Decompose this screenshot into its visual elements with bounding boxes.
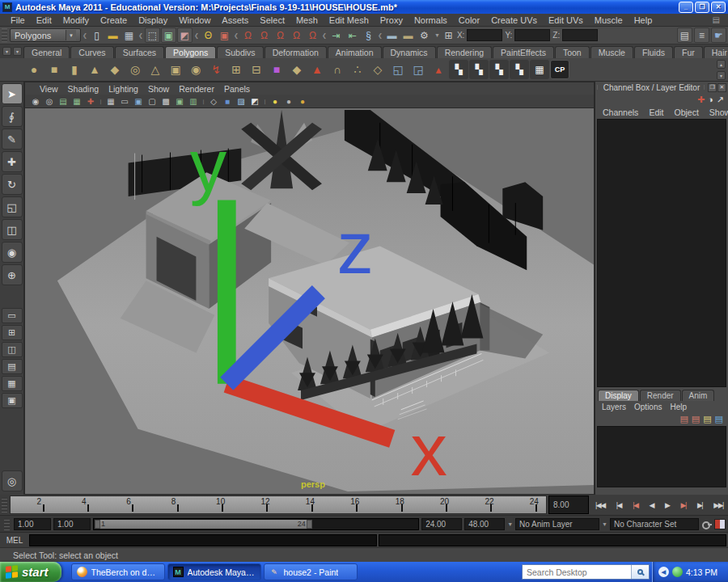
chevron-down-icon[interactable]: ▼ bbox=[434, 32, 440, 38]
open-scene-icon[interactable]: ▬ bbox=[105, 27, 121, 43]
shelf-tab[interactable]: Fluids bbox=[634, 46, 673, 58]
output-connections-icon[interactable]: ⇤ bbox=[345, 27, 360, 43]
universal-manipulator-tool[interactable]: ◫ bbox=[2, 219, 23, 240]
channel-list[interactable] bbox=[597, 119, 726, 387]
maximize-button[interactable]: ❐ bbox=[695, 2, 709, 13]
uv-cylindrical-map-icon[interactable]: ▚ bbox=[469, 60, 489, 79]
menu-item[interactable]: Muscle bbox=[589, 15, 629, 25]
separate-icon[interactable]: ⊟ bbox=[247, 60, 266, 79]
playback-end-field[interactable]: 24.00 bbox=[421, 518, 462, 530]
shelf-tab[interactable]: Surfaces bbox=[115, 46, 164, 58]
poly-torus-icon[interactable]: ◎ bbox=[125, 60, 145, 79]
time-slider-track[interactable]: 2 4 6 8 10 12 14 16 18 20 bbox=[10, 496, 547, 514]
shelf-scroll-down-button[interactable]: ▾ bbox=[717, 71, 726, 80]
channel-box-header[interactable]: Channel Box / Layer Editor ❐✕ bbox=[595, 82, 728, 93]
close-panel-button[interactable]: ✕ bbox=[717, 83, 726, 92]
poly-sphere-icon[interactable]: ● bbox=[24, 60, 44, 79]
menu-item[interactable]: Help bbox=[629, 15, 658, 25]
shelf-tab[interactable]: Subdivs bbox=[217, 46, 263, 58]
poly-plane-icon[interactable]: ◆ bbox=[105, 60, 125, 79]
last-tool-icon[interactable]: ◎ bbox=[2, 470, 23, 491]
layer-list[interactable] bbox=[597, 426, 726, 487]
play-forwards-button[interactable]: ▶ bbox=[665, 501, 669, 509]
tray-app-icon[interactable] bbox=[672, 567, 683, 577]
single-pane-layout-button[interactable]: ▭ bbox=[2, 308, 23, 323]
show-tool-settings-icon[interactable]: ≡ bbox=[694, 27, 709, 43]
panel-menu-item[interactable]: Shading bbox=[63, 84, 104, 94]
cp-icon[interactable]: CP bbox=[550, 60, 569, 79]
channel-box-menu-item[interactable]: Edit bbox=[644, 108, 668, 117]
step-back-key-button[interactable]: |◀ bbox=[633, 501, 637, 509]
move-layer-up-icon[interactable]: ▤ bbox=[679, 414, 688, 424]
film-gate-icon[interactable]: ▭ bbox=[118, 95, 131, 107]
render-current-frame-icon[interactable]: ▬ bbox=[384, 27, 400, 43]
y-input[interactable] bbox=[514, 29, 550, 41]
channel-box-menu-item[interactable]: Show bbox=[705, 108, 728, 117]
menu-item[interactable]: Select bbox=[254, 15, 290, 25]
use-default-material-icon[interactable]: ◩ bbox=[248, 95, 261, 107]
render-settings-icon[interactable]: ⚙ bbox=[417, 27, 432, 43]
rotate-tool[interactable]: ↻ bbox=[2, 174, 23, 195]
subdiv-proxy-icon[interactable]: ■ bbox=[267, 60, 286, 79]
poly-cube-icon[interactable]: ■ bbox=[44, 60, 64, 79]
taskbar-task[interactable]: ✎ house2 - Paint bbox=[264, 563, 358, 580]
taskbar-task[interactable]: TheBerch on deviant... bbox=[71, 563, 165, 580]
time-slider-grip[interactable] bbox=[2, 497, 7, 512]
transform-mode-icon[interactable]: ⊞ bbox=[442, 29, 455, 41]
chevron-down-icon[interactable]: ▼ bbox=[507, 521, 513, 527]
separator[interactable]: ❘ bbox=[201, 95, 206, 107]
sculpt-geometry-icon[interactable]: ↯ bbox=[206, 60, 226, 79]
step-back-frame-button[interactable]: |◀ bbox=[616, 501, 621, 509]
shelf-tab[interactable]: Hair bbox=[704, 46, 728, 58]
menu-item[interactable]: Display bbox=[133, 15, 173, 25]
wireframe-icon[interactable]: ◇ bbox=[207, 95, 220, 107]
move-tool[interactable]: ✚ bbox=[2, 151, 23, 172]
hide-inactive-icons-chevron[interactable]: ◀ bbox=[658, 567, 669, 577]
layer-editor-menu-item[interactable]: Options bbox=[630, 403, 666, 411]
bevel-icon[interactable]: ◇ bbox=[368, 60, 387, 79]
toolbar-separator[interactable]: ❮ bbox=[193, 32, 200, 39]
menu-item[interactable]: Edit bbox=[31, 15, 57, 25]
extrude-icon[interactable]: ▲ bbox=[307, 60, 327, 79]
menu-item[interactable]: Edit UVs bbox=[543, 15, 589, 25]
textured-icon[interactable]: ▨ bbox=[235, 95, 248, 107]
panel-grip[interactable] bbox=[704, 85, 706, 90]
panel-menu-item[interactable]: View bbox=[35, 84, 63, 94]
outliner-persp-layout-button[interactable]: ▣ bbox=[2, 393, 23, 408]
shelf-tab[interactable]: Fur bbox=[674, 46, 703, 58]
resolution-gate-icon[interactable]: ▣ bbox=[132, 95, 145, 107]
menu-item[interactable]: Assets bbox=[216, 15, 254, 25]
command-language-label[interactable]: MEL bbox=[2, 536, 28, 545]
menu-item[interactable]: Create bbox=[95, 15, 133, 25]
status-line-grip[interactable] bbox=[2, 28, 7, 42]
taskbar-task[interactable]: M Autodesk Maya 2011 ... bbox=[167, 563, 261, 580]
save-scene-icon[interactable]: ▦ bbox=[121, 27, 137, 43]
smooth-shade-icon[interactable]: ■ bbox=[221, 95, 234, 107]
x-input[interactable] bbox=[467, 29, 502, 41]
menubar-pane-icon[interactable]: ▤ bbox=[709, 15, 723, 24]
manipulator-icon[interactable]: ✚ bbox=[697, 95, 705, 105]
scale-tool[interactable]: ◱ bbox=[2, 196, 23, 217]
z-input[interactable] bbox=[562, 29, 598, 41]
lock-selection-icon[interactable]: Θ bbox=[201, 27, 216, 43]
channel-box-menu-item[interactable]: Channels bbox=[598, 108, 643, 117]
uv-automatic-map-icon[interactable]: ▚ bbox=[510, 60, 529, 79]
smooth-icon[interactable]: ◆ bbox=[287, 60, 307, 79]
menu-item[interactable]: Create UVs bbox=[485, 15, 543, 25]
select-hierarchy-icon[interactable]: ⬚ bbox=[145, 27, 160, 43]
move-layer-down-icon[interactable]: ▤ bbox=[692, 414, 700, 424]
layer-editor-tab[interactable]: Display bbox=[598, 390, 639, 401]
menu-item[interactable]: Color bbox=[453, 15, 485, 25]
toolbar-separator[interactable]: ❮ bbox=[377, 32, 383, 39]
selected-lights-icon[interactable]: ● bbox=[282, 95, 295, 107]
shelf-tab-menu-button[interactable]: ▾ bbox=[2, 47, 11, 56]
range-slider-grip[interactable] bbox=[4, 517, 10, 530]
panel-menu-item[interactable]: Renderer bbox=[174, 84, 219, 94]
shelf-tab[interactable]: Curves bbox=[70, 46, 113, 58]
panel-menu-item[interactable]: Lighting bbox=[104, 84, 143, 94]
dock-button[interactable]: ❐ bbox=[708, 83, 717, 92]
shelf-scroll-up-button[interactable]: ▴ bbox=[717, 60, 726, 69]
select-component-icon[interactable]: ◩ bbox=[177, 27, 193, 43]
ipr-render-icon[interactable]: ▬ bbox=[400, 27, 416, 43]
four-pane-layout-button[interactable]: ⊞ bbox=[2, 325, 23, 340]
